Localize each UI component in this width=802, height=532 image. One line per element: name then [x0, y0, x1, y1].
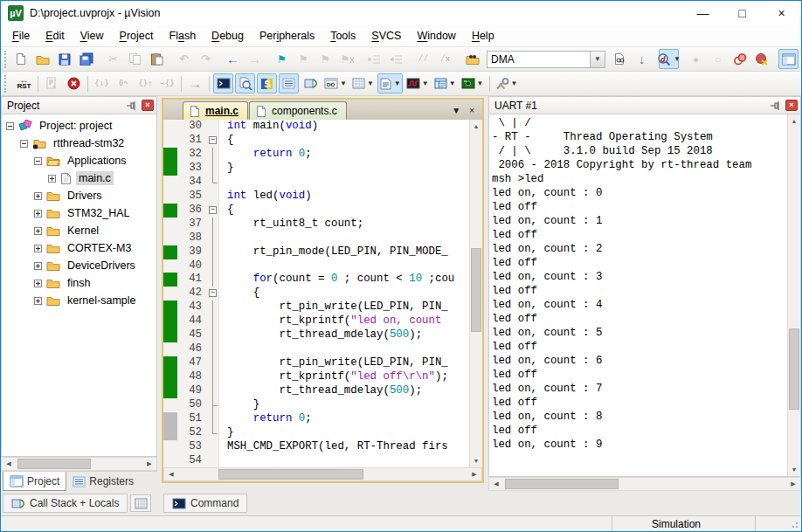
- bookmark-next-button[interactable]: ⚑: [315, 49, 335, 69]
- resize-grip[interactable]: [756, 516, 801, 531]
- chevron-down-icon[interactable]: ▼: [394, 79, 401, 87]
- menu-edit[interactable]: Edit: [38, 25, 73, 47]
- menu-svcs[interactable]: SVCS: [363, 25, 409, 47]
- tab-command[interactable]: Command: [163, 494, 247, 513]
- chevron-down-icon[interactable]: ▼: [511, 79, 518, 87]
- expand-toggle-icon[interactable]: [34, 262, 42, 270]
- watch-windows-button[interactable]: ▼: [322, 73, 349, 93]
- window-layout-button[interactable]: [778, 49, 799, 69]
- fold-collapse-icon[interactable]: −: [209, 289, 217, 297]
- redo-button[interactable]: ↷: [196, 49, 216, 69]
- tree-item-stm32-hal[interactable]: STM32_HAL: [2, 204, 156, 222]
- step-over-button[interactable]: 0↷: [114, 73, 134, 93]
- code-line-30[interactable]: 30int main(void): [163, 120, 469, 134]
- code-line-31[interactable]: 31−{: [163, 134, 469, 148]
- analysis-windows-button[interactable]: ▼: [404, 73, 431, 93]
- disassembly-window-button[interactable]: [235, 73, 255, 93]
- code-editor[interactable]: 30int main(void)31−{32 return 0;33}3435i…: [163, 120, 469, 467]
- scroll-right-icon[interactable]: ▶: [467, 468, 481, 480]
- reset-button[interactable]: ←RST: [14, 73, 34, 93]
- undo-button[interactable]: ↶: [174, 49, 194, 69]
- expand-toggle-icon[interactable]: [20, 140, 28, 148]
- document-tab-components-c[interactable]: components.c: [249, 101, 347, 120]
- save-all-button[interactable]: [76, 49, 96, 69]
- expand-toggle-icon[interactable]: [48, 175, 56, 183]
- fold-column[interactable]: −: [207, 287, 218, 301]
- stop-button[interactable]: [64, 73, 84, 93]
- run-button[interactable]: [42, 73, 62, 93]
- chevron-down-icon[interactable]: ▼: [674, 55, 681, 63]
- bookmark-toggle-button[interactable]: ⚑: [272, 49, 292, 69]
- close-icon[interactable]: ×: [142, 100, 154, 111]
- fold-column[interactable]: −: [207, 134, 218, 148]
- expand-toggle-icon[interactable]: [34, 210, 42, 218]
- window-menu-button[interactable]: ▼: [447, 106, 465, 115]
- chevron-down-icon[interactable]: ▼: [340, 79, 347, 87]
- cut-button[interactable]: ✂: [103, 49, 123, 69]
- step-out-button[interactable]: {}↑: [135, 73, 156, 93]
- code-line-39[interactable]: 39 rt_pin_mode(LED_PIN, PIN_MODE_: [163, 245, 469, 259]
- code-line-45[interactable]: 45 rt_thread_mdelay(500);: [163, 328, 469, 342]
- tree-item-cortex-m3[interactable]: CORTEX-M3: [2, 239, 156, 257]
- code-line-43[interactable]: 43 rt_pin_write(LED_PIN, PIN_: [163, 301, 469, 314]
- scroll-left-icon[interactable]: ◀: [2, 458, 16, 470]
- menu-view[interactable]: View: [73, 25, 112, 47]
- tree-item-rtthread-stm32[interactable]: rtthread-stm32: [2, 135, 156, 152]
- expand-toggle-icon[interactable]: [34, 245, 42, 252]
- code-line-37[interactable]: 37 rt_uint8_t count;: [163, 218, 469, 231]
- code-line-49[interactable]: 49 rt_thread_mdelay(500);: [163, 384, 469, 398]
- indent-button[interactable]: [364, 49, 384, 69]
- scroll-down-icon[interactable]: ▼: [470, 454, 482, 467]
- pin-icon[interactable]: [770, 100, 780, 111]
- code-line-35[interactable]: 35int led(void): [163, 190, 469, 204]
- tree-item-project-project[interactable]: Project: project: [2, 117, 156, 135]
- close-document-button[interactable]: ×: [465, 106, 479, 115]
- menu-project[interactable]: Project: [112, 25, 162, 47]
- chevron-down-icon[interactable]: ▼: [477, 79, 484, 87]
- pin-icon[interactable]: [126, 100, 136, 111]
- symbol-window-button[interactable]: S: [257, 73, 277, 93]
- disable-all-breakpoints-button[interactable]: [729, 49, 750, 69]
- navigate-back-button[interactable]: ←: [223, 49, 243, 69]
- scroll-down-icon[interactable]: ▼: [788, 463, 800, 476]
- tree-item-main-c[interactable]: main.c: [2, 169, 156, 187]
- project-hscrollbar[interactable]: ◀ ▶: [1, 457, 157, 471]
- code-line-34[interactable]: 34: [163, 176, 469, 190]
- expand-toggle-icon[interactable]: [34, 280, 42, 287]
- navigate-forward-button[interactable]: →: [245, 49, 265, 69]
- comment-button[interactable]: //: [413, 49, 433, 69]
- system-viewer-button[interactable]: ▼: [432, 73, 458, 93]
- code-line-44[interactable]: 44 rt_kprintf("led on, count: [163, 314, 469, 328]
- tab-registers[interactable]: Registers: [66, 472, 140, 491]
- outdent-button[interactable]: [386, 49, 406, 69]
- code-line-41[interactable]: 41 for(count = 0 ; count < 10 ;cou: [163, 273, 469, 287]
- editor-hscrollbar[interactable]: ◀ ▶: [163, 467, 482, 481]
- code-line-38[interactable]: 38: [163, 231, 469, 245]
- menu-file[interactable]: File: [4, 25, 38, 47]
- registers-window-button[interactable]: [279, 73, 299, 93]
- new-file-button[interactable]: [10, 49, 31, 69]
- step-into-button[interactable]: {↓}: [92, 73, 112, 93]
- menu-tools[interactable]: Tools: [322, 25, 363, 47]
- code-line-46[interactable]: 46: [163, 342, 469, 356]
- scrollbar-thumb[interactable]: [218, 469, 363, 480]
- code-line-50[interactable]: 50 }: [163, 398, 469, 412]
- scrollbar-thumb[interactable]: [471, 248, 481, 332]
- editor-vscrollbar[interactable]: ▲ ▼: [469, 120, 482, 467]
- memory-windows-button[interactable]: ▼: [350, 73, 376, 93]
- tree-item-kernel-sample[interactable]: kernel-sample: [2, 292, 156, 309]
- expand-toggle-icon[interactable]: [34, 227, 42, 235]
- code-line-51[interactable]: 51 return 0;: [163, 412, 469, 426]
- fold-column[interactable]: −: [207, 204, 218, 218]
- scrollbar-thumb[interactable]: [505, 479, 619, 489]
- command-window-button[interactable]: [213, 73, 233, 93]
- scroll-right-icon[interactable]: ▶: [786, 478, 800, 490]
- tree-item-finsh[interactable]: finsh: [2, 274, 156, 292]
- debug-session-button[interactable]: d▼: [659, 49, 679, 69]
- chevron-down-icon[interactable]: ▼: [449, 79, 456, 87]
- scroll-left-icon[interactable]: ◀: [489, 478, 503, 490]
- scroll-right-icon[interactable]: ▶: [142, 458, 156, 470]
- scroll-up-icon[interactable]: ▲: [788, 114, 800, 128]
- menu-flash[interactable]: Flash: [162, 25, 204, 47]
- uart-output[interactable]: \ | / - RT - Thread Operating System / |…: [489, 114, 787, 476]
